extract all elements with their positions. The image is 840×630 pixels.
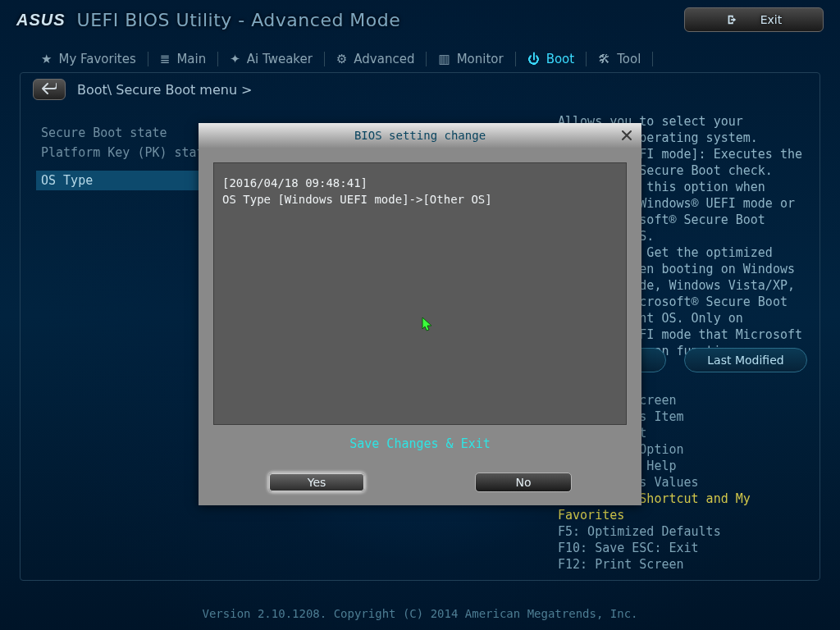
tab-main[interactable]: ≣ Main xyxy=(148,52,217,66)
tool-icon: 🛠 xyxy=(598,52,610,66)
setting-secure-boot-state-label: Secure Boot state xyxy=(41,126,167,140)
last-modified-button[interactable]: Last Modified xyxy=(684,348,807,372)
tab-separator xyxy=(652,52,653,66)
tab-tool-label: Tool xyxy=(617,52,641,66)
dialog-title: BIOS setting change xyxy=(354,129,486,142)
app-title: UEFI BIOS Utility - Advanced Mode xyxy=(77,10,401,30)
dialog-prompt: Save Changes & Exit xyxy=(199,436,641,451)
dialog-no-label: No xyxy=(515,476,531,489)
back-button[interactable] xyxy=(33,79,66,100)
tab-advanced[interactable]: ⚙ Advanced xyxy=(325,52,427,66)
breadcrumb: Boot\ Secure Boot menu > xyxy=(77,82,253,98)
gear-icon: ⚙ xyxy=(336,52,347,66)
hotkey-line: F10: Save ESC: Exit xyxy=(558,540,804,556)
hotkey-line: F12: Print Screen xyxy=(558,556,804,573)
tab-boot-label: Boot xyxy=(546,52,575,66)
bios-change-dialog: BIOS setting change [2016/04/18 09:48:41… xyxy=(199,123,641,505)
star-icon: ★ xyxy=(41,52,52,66)
setting-platform-key-state-label: Platform Key (PK) state xyxy=(41,145,212,160)
dialog-close-button[interactable] xyxy=(620,129,633,142)
exit-label: Exit xyxy=(760,13,783,26)
dialog-titlebar: BIOS setting change xyxy=(199,123,641,148)
tab-monitor-label: Monitor xyxy=(457,52,504,66)
dialog-log: [2016/04/18 09:48:41] OS Type [Windows U… xyxy=(213,162,627,425)
dialog-no-button[interactable]: No xyxy=(475,472,572,492)
dialog-button-row: Yes No xyxy=(199,472,641,492)
brand-logo: ASUS xyxy=(16,11,66,30)
tab-main-label: Main xyxy=(176,52,206,66)
tab-advanced-label: Advanced xyxy=(354,52,414,66)
hotkey-line: F5: Optimized Defaults xyxy=(558,523,804,540)
list-icon: ≣ xyxy=(160,52,171,66)
tab-strip: ★ My Favorites ≣ Main ✦ Ai Tweaker ⚙ Adv… xyxy=(30,46,810,72)
tab-ai-tweaker[interactable]: ✦ Ai Tweaker xyxy=(218,52,324,66)
dialog-log-change: OS Type [Windows UEFI mode]->[Other OS] xyxy=(222,193,492,206)
breadcrumb-row: Boot\ Secure Boot menu > xyxy=(33,79,253,100)
header-bar: ASUS UEFI BIOS Utility - Advanced Mode E… xyxy=(0,0,840,39)
setting-os-type-label: OS Type xyxy=(41,173,93,188)
dialog-yes-label: Yes xyxy=(308,476,326,489)
exit-button[interactable]: Exit xyxy=(684,7,824,32)
close-icon xyxy=(620,131,633,144)
tab-ai-tweaker-label: Ai Tweaker xyxy=(247,52,313,66)
tab-monitor[interactable]: ▥ Monitor xyxy=(427,52,514,66)
tab-favorites-label: My Favorites xyxy=(58,52,135,66)
last-modified-label: Last Modified xyxy=(707,354,783,367)
dialog-log-timestamp: [2016/04/18 09:48:41] xyxy=(222,176,368,189)
tweaker-icon: ✦ xyxy=(230,52,240,66)
footer-text: Version 2.10.1208. Copyright (C) 2014 Am… xyxy=(0,607,840,620)
dialog-yes-button[interactable]: Yes xyxy=(268,472,365,492)
tab-tool[interactable]: 🛠 Tool xyxy=(587,52,652,66)
exit-icon xyxy=(726,14,737,25)
power-icon: ⏻ xyxy=(527,52,540,66)
monitor-icon: ▥ xyxy=(438,52,450,66)
back-arrow-icon xyxy=(42,82,57,98)
tab-boot[interactable]: ⏻ Boot xyxy=(516,52,587,66)
tab-favorites[interactable]: ★ My Favorites xyxy=(30,52,148,66)
